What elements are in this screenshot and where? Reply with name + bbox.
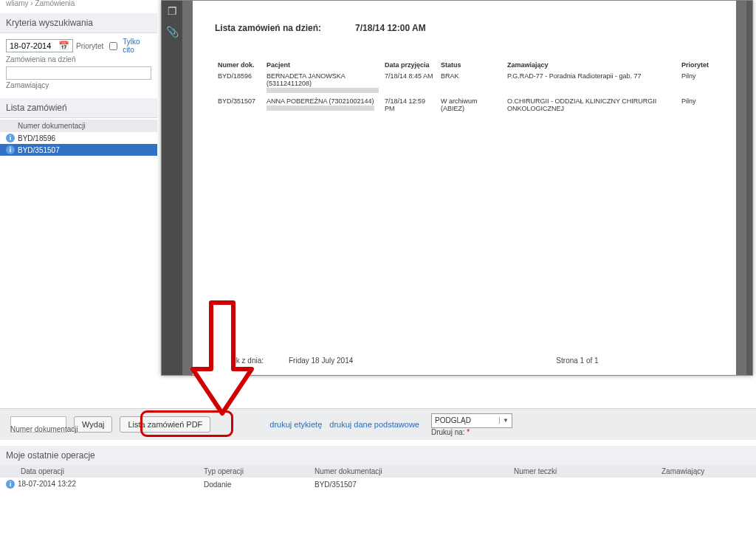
- printer-select[interactable]: PODGLĄD ▼: [431, 413, 512, 428]
- info-icon: i: [6, 145, 15, 154]
- orders-list-row[interactable]: i BYD/351507: [0, 144, 157, 156]
- pdf-attach-icon[interactable]: 📎: [162, 21, 182, 42]
- recent-ops-panel: Moje ostatnie operacje Data operacji Typ…: [0, 446, 756, 544]
- col-priority: Priorytet: [678, 60, 714, 70]
- col-doc: Numer dok.: [215, 60, 264, 70]
- pdf-title-label: Lista zamówień na dzień:: [215, 23, 321, 33]
- cell-op-requester: [656, 478, 756, 491]
- calendar-icon[interactable]: 📅: [57, 41, 71, 51]
- breadcrumb: wliamy › Zamówienia: [0, 0, 157, 13]
- recent-ops-table: Data operacji Typ operacji Numer dokumen…: [0, 465, 756, 491]
- print-label-link[interactable]: drukuj etykietę: [269, 420, 322, 429]
- printer-select-value: PODGLĄD: [435, 416, 471, 424]
- info-icon: i: [6, 134, 15, 142]
- cell-patient: BERNADETA JANOWSKA (53112411208): [264, 70, 382, 95]
- col-op-date: Data operacji: [0, 465, 198, 478]
- pdf-sidebar-tools: ❐ 📎: [162, 1, 182, 375]
- col-patient: Pacjent: [264, 60, 382, 70]
- cell-op-type: Dodanie: [198, 478, 309, 491]
- cell-doc: BYD/351507: [215, 95, 264, 114]
- cell-op-doc: BYD/351507: [309, 478, 508, 491]
- print-basic-link[interactable]: drukuj dane podstawowe: [329, 420, 419, 429]
- date-field[interactable]: 📅: [6, 39, 73, 52]
- cell-requester: O.CHIRURGII - ODDZIAŁ KLINICZNY CHIRURGI…: [504, 95, 678, 114]
- table-row: BYD/351507 ANNA POBEREŻNA (73021002144) …: [215, 95, 714, 114]
- annotation-arrow: [189, 295, 255, 418]
- pdf-scrollbar[interactable]: [746, 1, 752, 375]
- chevron-down-icon: ▼: [499, 417, 509, 424]
- cell-status: BRAK: [438, 70, 504, 95]
- order-doc-id: BYD/18596: [18, 134, 55, 142]
- table-row[interactable]: i18-07-2014 13:22 Dodanie BYD/351507: [0, 478, 756, 491]
- action-bar: Wydaj Lista zamówień PDF drukuj etykietę…: [0, 408, 756, 440]
- pdf-footer-page: Strona 1 of 1: [522, 357, 633, 365]
- date-input[interactable]: [8, 41, 57, 51]
- cell-admit: 7/18/14 12:59 PM: [382, 95, 438, 114]
- cell-op-date: i18-07-2014 13:22: [0, 478, 198, 491]
- cell-admit: 7/18/14 8:45 AM: [382, 70, 438, 95]
- col-requester: Zamawiający: [504, 60, 678, 70]
- recent-ops-header: Moje ostatnie operacje: [0, 446, 756, 465]
- table-header-row: Numer dok. Pacjent Data przyjęcia Status…: [215, 60, 714, 70]
- pdf-footer-date: Friday 18 July 2014: [289, 357, 522, 365]
- cell-op-folder: [508, 478, 656, 491]
- cell-requester: P.G.RAD-77 - Poradnia Radioterapii - gab…: [504, 70, 678, 95]
- col-op-doc: Numer dokumentacji: [309, 465, 508, 478]
- search-panel: Kryteria wyszukiwania 📅 Priorytet Tylko …: [0, 13, 157, 94]
- col-admit: Data przyjęcia: [382, 60, 438, 70]
- cell-doc: BYD/18596: [215, 70, 264, 95]
- cell-priority: Pilny: [678, 70, 714, 95]
- pdf-title-value: 7/18/14 12:00 AM: [355, 23, 426, 33]
- pdf-footer: Wydruk z dnia: Friday 18 July 2014 Stron…: [215, 357, 714, 365]
- pdf-pages-icon[interactable]: ❐: [162, 1, 182, 21]
- pdf-page: Lista zamówień na dzień: 7/18/14 12:00 A…: [193, 1, 736, 375]
- cell-patient: ANNA POBEREŻNA (73021002144): [264, 95, 382, 114]
- col-op-requester: Zamawiający: [656, 465, 756, 478]
- search-panel-header: Kryteria wyszukiwania: [0, 13, 157, 33]
- priority-label: Priorytet: [76, 42, 103, 50]
- col-status: Status: [438, 60, 504, 70]
- requester-hint: Zamawiający: [6, 81, 151, 89]
- issue-button[interactable]: Wydaj: [74, 416, 112, 433]
- cell-status: W archiwum (ABIEZ): [438, 95, 504, 114]
- doc-number-hint: Numer dokumentacji: [10, 425, 78, 433]
- date-hint: Zamówienia na dzień: [6, 55, 151, 63]
- cell-priority: Pilny: [678, 95, 714, 114]
- table-row: BYD/18596 BERNADETA JANOWSKA (5311241120…: [215, 70, 714, 95]
- orders-list-column: Numer dokumentacji: [0, 120, 157, 132]
- table-header-row: Data operacji Typ operacji Numer dokumen…: [0, 465, 756, 478]
- col-op-type: Typ operacji: [198, 465, 309, 478]
- printer-hint: Drukuj na: *: [431, 428, 470, 436]
- only-cito-checkbox[interactable]: [109, 42, 117, 50]
- only-cito-label: Tylko cito: [123, 38, 151, 54]
- order-doc-id: BYD/351507: [18, 146, 60, 154]
- pdf-page-container: Lista zamówień na dzień: 7/18/14 12:00 A…: [182, 1, 746, 375]
- pdf-orders-table: Numer dok. Pacjent Data przyjęcia Status…: [215, 60, 714, 114]
- orders-list-header: Lista zamówień: [0, 98, 157, 118]
- info-icon: i: [6, 480, 15, 489]
- col-op-folder: Numer teczki: [508, 465, 656, 478]
- orders-list-panel: Lista zamówień Numer dokumentacji i BYD/…: [0, 98, 157, 156]
- requester-input[interactable]: [6, 66, 151, 80]
- orders-list-row[interactable]: i BYD/18596: [0, 132, 157, 144]
